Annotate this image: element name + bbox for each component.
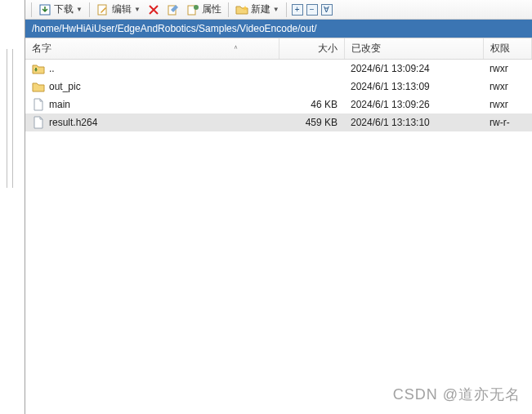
file-size [279,60,344,78]
file-size [279,78,344,96]
table-row[interactable]: ..2024/6/1 13:09:24rwxr [25,60,532,78]
left-panel-stub [0,0,25,414]
delete-icon [147,3,160,16]
folder-icon [32,80,45,93]
file-perm: rwxr [483,78,532,96]
file-changed: 2024/6/1 13:13:09 [344,78,483,96]
edit-label: 编辑 [112,2,132,16]
properties-icon [186,3,199,16]
file-perm: rwxr [483,96,532,114]
toolbar: 下载 ▼ 编辑 ▼ 属性 新建 ▼ + − ∀ [25,0,532,20]
sort-asc-icon: ＾ [232,43,239,54]
file-panel: 下载 ▼ 编辑 ▼ 属性 新建 ▼ + − ∀ /home/HwHiAi [25,0,532,414]
download-icon [38,3,51,16]
edit-icon [96,3,110,16]
file-size: 459 KB [279,114,344,131]
expand-button[interactable]: + [292,4,303,16]
file-name: .. [49,63,55,74]
file-list: 名字 ＾ 大小 已改变 权限 ..2024/6/1 13:09:24rwxrou… [25,38,532,414]
col-changed[interactable]: 已改变 [344,38,483,60]
header-row: 名字 ＾ 大小 已改变 权限 [25,38,532,60]
file-size: 46 KB [279,96,344,114]
folder-new-icon [235,3,248,16]
file-name: main [49,99,70,110]
path-text: /home/HwHiAiUser/EdgeAndRobotics/Samples… [32,23,317,34]
properties-button[interactable]: 属性 [184,2,224,17]
file-icon [32,116,45,129]
rename-icon [167,3,180,16]
download-button[interactable]: 下载 ▼ [36,2,85,17]
svg-point-4 [194,5,199,10]
properties-label: 属性 [202,2,221,16]
file-perm: rw-r- [483,114,532,131]
edit-button[interactable]: 编辑 ▼ [94,2,143,17]
file-perm: rwxr [483,60,532,78]
file-icon [32,98,45,111]
download-label: 下载 [54,2,74,16]
table-row[interactable]: out_pic2024/6/1 13:13:09rwxr [25,78,532,96]
col-perm[interactable]: 权限 [483,38,532,60]
delete-button[interactable] [145,2,163,17]
col-size[interactable]: 大小 [279,38,344,60]
filter-button[interactable]: ∀ [321,4,333,16]
new-button[interactable]: 新建 ▼ [233,2,282,17]
chevron-down-icon: ▼ [134,6,141,13]
svg-rect-1 [98,5,106,15]
chevron-down-icon: ▼ [273,6,279,13]
up-icon [32,62,45,75]
table-row[interactable]: main46 KB2024/6/1 13:09:26rwxr [25,96,532,114]
col-name[interactable]: 名字 ＾ [25,38,279,60]
file-changed: 2024/6/1 13:09:24 [344,60,483,78]
rename-button[interactable] [164,2,182,17]
file-changed: 2024/6/1 13:09:26 [344,96,483,114]
new-label: 新建 [251,2,270,16]
collapse-button[interactable]: − [306,4,318,16]
file-name: out_pic [49,81,81,92]
table-row[interactable]: result.h264459 KB2024/6/1 13:13:10rw-r- [25,114,532,131]
file-name: result.h264 [49,117,97,128]
file-changed: 2024/6/1 13:13:10 [344,114,483,131]
chevron-down-icon: ▼ [76,6,83,13]
path-bar[interactable]: /home/HwHiAiUser/EdgeAndRobotics/Samples… [25,20,532,38]
